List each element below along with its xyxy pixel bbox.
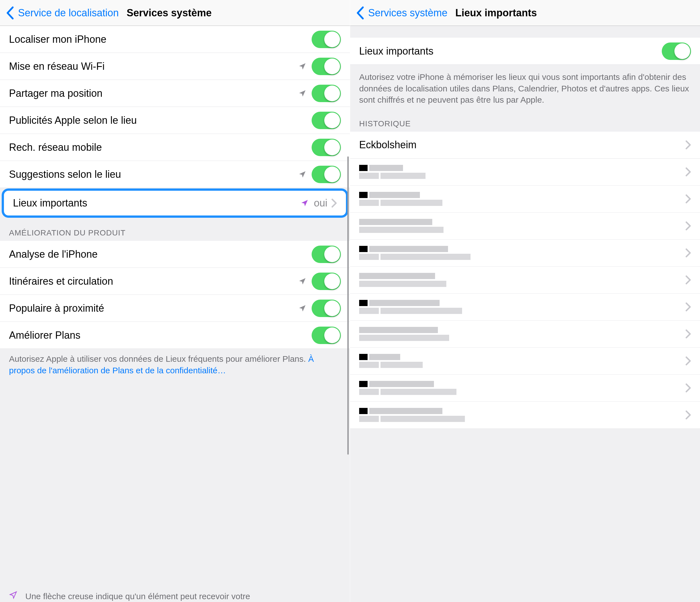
settings-row[interactable]: Itinéraires et circulation bbox=[0, 268, 350, 295]
history-row-redacted[interactable] bbox=[350, 213, 700, 240]
settings-row[interactable]: Mise en réseau Wi-Fi bbox=[0, 53, 350, 80]
settings-row[interactable]: Rech. réseau mobile bbox=[0, 134, 350, 161]
chevron-right-icon bbox=[685, 194, 691, 204]
chevron-right-icon bbox=[685, 302, 691, 312]
section-header-history: HISTORIQUE bbox=[350, 114, 700, 131]
row-label: Populaire à proximité bbox=[9, 303, 298, 314]
pane-system-services: Service de localisation Services système… bbox=[0, 0, 350, 602]
row-label: Partager ma position bbox=[9, 88, 298, 99]
row-label: Améliorer Plans bbox=[9, 330, 311, 341]
row-lieux-importants[interactable]: Lieux importants oui bbox=[2, 189, 348, 218]
settings-row[interactable]: Suggestions selon le lieu bbox=[0, 161, 350, 188]
section-header-improvement: AMÉLIORATION DU PRODUIT bbox=[0, 218, 350, 241]
row-label: Publicités Apple selon le lieu bbox=[9, 115, 311, 126]
navbar-left: Service de localisation Services système bbox=[0, 0, 350, 26]
history-row-redacted[interactable] bbox=[350, 294, 700, 321]
toggle-switch[interactable] bbox=[311, 327, 341, 344]
toggle-switch[interactable] bbox=[311, 112, 341, 129]
history-row[interactable]: Eckbolsheim bbox=[350, 131, 700, 159]
row-label: Localiser mon iPhone bbox=[9, 33, 311, 45]
location-arrow-icon bbox=[298, 304, 306, 313]
toggle-switch[interactable] bbox=[311, 246, 341, 263]
back-label[interactable]: Service de localisation bbox=[18, 7, 119, 19]
location-arrow-icon bbox=[298, 277, 306, 286]
row-enable-significant-locations[interactable]: Lieux importants bbox=[350, 38, 700, 65]
location-arrow-icon bbox=[298, 170, 306, 178]
toggle-switch[interactable] bbox=[311, 299, 341, 317]
location-arrow-icon bbox=[298, 89, 306, 98]
back-chevron-icon[interactable] bbox=[356, 6, 364, 19]
chevron-right-icon bbox=[685, 167, 691, 177]
settings-row[interactable]: Populaire à proximité bbox=[0, 295, 350, 322]
back-chevron-icon[interactable] bbox=[6, 6, 14, 19]
toggle-switch[interactable] bbox=[311, 166, 341, 183]
chevron-right-icon bbox=[685, 356, 691, 366]
history-row-redacted[interactable] bbox=[350, 375, 700, 402]
toggle-switch[interactable] bbox=[662, 43, 691, 60]
history-row-redacted[interactable] bbox=[350, 267, 700, 294]
row-label: Analyse de l'iPhone bbox=[9, 248, 311, 260]
history-label: Eckbolsheim bbox=[359, 139, 685, 151]
spacer bbox=[350, 26, 700, 38]
nav-title: Services système bbox=[127, 7, 211, 19]
chevron-right-icon bbox=[685, 140, 691, 150]
back-label[interactable]: Services système bbox=[368, 7, 447, 19]
history-row-redacted[interactable] bbox=[350, 186, 700, 213]
history-row-redacted[interactable] bbox=[350, 402, 700, 429]
chevron-right-icon bbox=[685, 248, 691, 258]
row-label: Itinéraires et circulation bbox=[9, 275, 298, 287]
chevron-right-icon bbox=[685, 329, 691, 339]
row-detail: oui bbox=[314, 197, 327, 209]
chevron-right-icon bbox=[685, 410, 691, 420]
toggle-switch[interactable] bbox=[311, 31, 341, 48]
settings-row[interactable]: Localiser mon iPhone bbox=[0, 26, 350, 53]
history-row-redacted[interactable] bbox=[350, 348, 700, 375]
chevron-right-icon bbox=[685, 221, 691, 231]
navbar-right: Services système Lieux importants bbox=[350, 0, 700, 26]
history-row-redacted[interactable] bbox=[350, 159, 700, 186]
footer-hollow-arrow: Une flèche creuse indique qu'un élément … bbox=[0, 584, 350, 602]
chevron-right-icon bbox=[685, 383, 691, 393]
toggle-switch[interactable] bbox=[311, 85, 341, 102]
footer-improve-maps: Autorisez Apple à utiliser vos données d… bbox=[0, 349, 350, 385]
history-row-redacted[interactable] bbox=[350, 240, 700, 267]
toggle-switch[interactable] bbox=[311, 272, 341, 290]
history-row-redacted[interactable] bbox=[350, 321, 700, 348]
explain-text: Autorisez votre iPhone à mémoriser les l… bbox=[350, 65, 700, 114]
settings-row[interactable]: Analyse de l'iPhone bbox=[0, 241, 350, 268]
row-label: Mise en réseau Wi-Fi bbox=[9, 61, 298, 72]
location-arrow-icon bbox=[298, 62, 306, 71]
hollow-location-arrow-icon bbox=[9, 591, 18, 599]
pane-significant-locations: Services système Lieux importants Lieux … bbox=[350, 0, 700, 602]
row-label: Lieux importants bbox=[359, 45, 662, 57]
chevron-right-icon bbox=[685, 275, 691, 285]
footer-arrow-text: Une flèche creuse indique qu'un élément … bbox=[25, 592, 250, 601]
toggle-switch[interactable] bbox=[311, 139, 341, 156]
settings-row[interactable]: Partager ma position bbox=[0, 80, 350, 107]
settings-row[interactable]: Améliorer Plans bbox=[0, 322, 350, 349]
row-label: Rech. réseau mobile bbox=[9, 142, 311, 153]
chevron-right-icon bbox=[331, 198, 337, 208]
scrollbar[interactable] bbox=[347, 156, 349, 455]
row-label: Suggestions selon le lieu bbox=[9, 169, 298, 180]
settings-row[interactable]: Publicités Apple selon le lieu bbox=[0, 107, 350, 134]
nav-title: Lieux importants bbox=[455, 7, 537, 19]
toggle-switch[interactable] bbox=[311, 58, 341, 75]
row-label: Lieux importants bbox=[13, 197, 300, 209]
footer-text-part: Autorisez Apple à utiliser vos données d… bbox=[9, 354, 308, 363]
location-arrow-icon bbox=[300, 199, 309, 207]
